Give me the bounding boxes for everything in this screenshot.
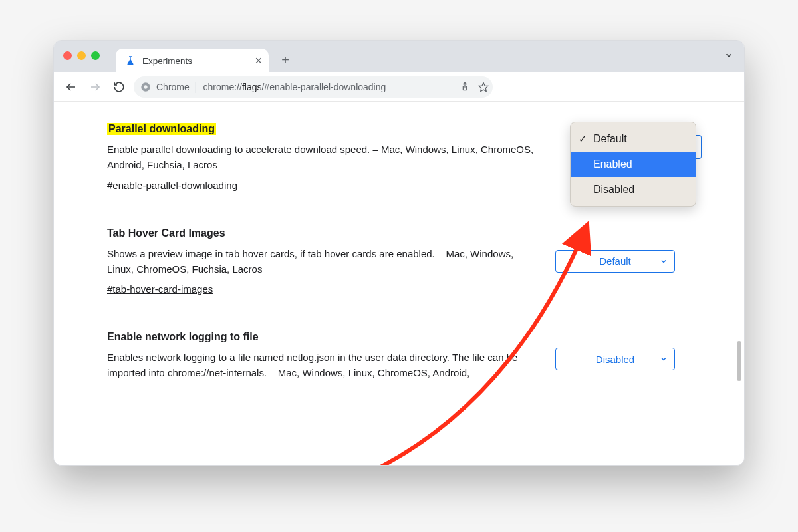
flag-control: Default: [555, 227, 675, 296]
dropdown-option-label: Default: [593, 133, 627, 145]
flag-row: Tab Hover Card Images Shows a preview im…: [107, 227, 691, 296]
browser-tab[interactable]: Experiments ×: [116, 49, 269, 72]
flags-page: ✓ Default Enabled Disabled Parallel down…: [54, 102, 744, 465]
flag-description: Shows a preview image in tab hover cards…: [107, 246, 539, 277]
window-minimize-button[interactable]: [77, 51, 86, 60]
url-post: /#enable-parallel-downloading: [261, 82, 386, 92]
window-zoom-button[interactable]: [91, 51, 100, 60]
arrow-left-icon: [65, 81, 77, 93]
dropdown-option-label: Enabled: [593, 158, 632, 170]
url-separator: │: [194, 82, 200, 92]
url-bold: flags: [242, 82, 262, 92]
reload-icon: [113, 81, 125, 93]
flag-select[interactable]: Disabled: [555, 348, 675, 370]
flag-select[interactable]: Default: [555, 250, 675, 273]
flag-title: Tab Hover Card Images: [107, 227, 539, 239]
svg-marker-4: [479, 82, 487, 91]
tab-title: Experiments: [142, 56, 192, 66]
flag-anchor-link[interactable]: #tab-hover-card-images: [107, 283, 213, 295]
flag-text: Tab Hover Card Images Shows a preview im…: [107, 227, 539, 296]
scrollbar-thumb[interactable]: [737, 341, 741, 381]
flag-text: Enable network logging to file Enables n…: [107, 331, 539, 388]
flag-select-dropdown[interactable]: ✓ Default Enabled Disabled: [570, 122, 696, 207]
url-path: chrome://flags/#enable-parallel-download…: [203, 82, 386, 92]
reload-button[interactable]: [110, 78, 128, 96]
dropdown-option-label: Disabled: [593, 184, 634, 196]
new-tab-button[interactable]: +: [275, 50, 295, 70]
omnibox-actions: [460, 82, 489, 92]
dropdown-option-default[interactable]: ✓ Default: [571, 126, 696, 152]
svg-point-3: [144, 85, 147, 88]
forward-button[interactable]: [86, 78, 104, 96]
flag-title: Enable network logging to file: [107, 331, 539, 343]
check-icon: ✓: [579, 133, 587, 145]
tab-close-icon[interactable]: ×: [255, 55, 262, 66]
chrome-icon: [140, 82, 151, 92]
select-value: Default: [599, 255, 631, 267]
flask-icon: [125, 55, 136, 66]
url-pre: chrome://: [203, 82, 242, 92]
flag-text: Parallel downloading Enable parallel dow…: [107, 123, 539, 192]
tab-strip: Experiments × +: [54, 41, 744, 72]
flag-row: Enable network logging to file Enables n…: [107, 331, 691, 388]
back-button[interactable]: [62, 78, 80, 96]
browser-toolbar: Chrome │ chrome://flags/#enable-parallel…: [54, 72, 744, 102]
bookmark-star-icon[interactable]: [478, 82, 489, 92]
window-traffic-lights[interactable]: [63, 51, 100, 60]
flag-description: Enables network logging to a file named …: [107, 350, 539, 381]
address-bar[interactable]: Chrome │ chrome://flags/#enable-parallel…: [134, 76, 493, 98]
dropdown-option-disabled[interactable]: Disabled: [571, 177, 696, 202]
flag-description: Enable parallel downloading to accelerat…: [107, 142, 539, 173]
arrow-right-icon: [89, 81, 101, 93]
tabs-dropdown-button[interactable]: [720, 47, 737, 64]
chevron-down-icon: [724, 51, 733, 60]
chevron-down-icon: [660, 355, 668, 363]
browser-window: Experiments × + Chrome │ chrome://flags/…: [53, 40, 745, 466]
share-icon[interactable]: [460, 82, 470, 92]
window-close-button[interactable]: [63, 51, 72, 60]
flag-title: Parallel downloading: [107, 123, 216, 135]
url-scheme-label: Chrome: [156, 82, 190, 92]
select-value: Disabled: [596, 354, 634, 365]
flag-anchor-link[interactable]: #enable-parallel-downloading: [107, 180, 237, 191]
flag-control: Disabled: [555, 331, 675, 388]
dropdown-option-enabled[interactable]: Enabled: [571, 152, 696, 177]
chevron-down-icon: [660, 257, 668, 265]
